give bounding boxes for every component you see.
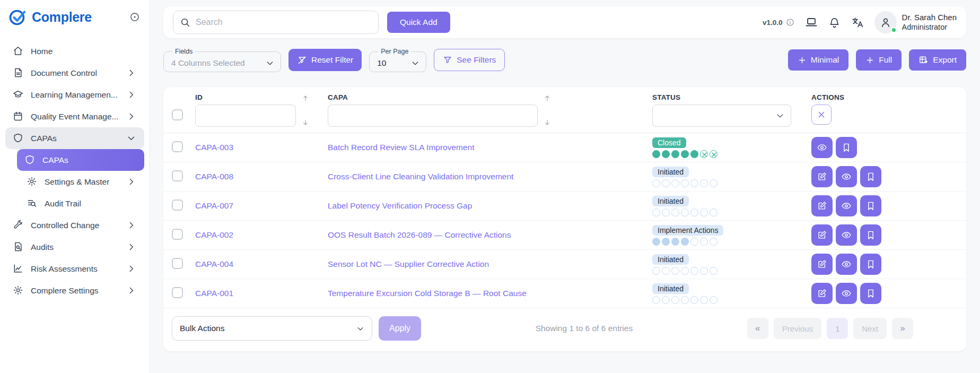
capa-id-link[interactable]: CAPA-003 [195,143,233,152]
fields-label: Fields [172,48,195,55]
sidebar-item-document-control[interactable]: Document Control [5,62,144,84]
progress-dot-empty [671,179,679,187]
sidebar-item-home[interactable]: Home [5,40,144,62]
quick-add-button[interactable]: Quick Add [387,12,450,33]
shield-icon [13,133,24,144]
notifications-bell-icon[interactable] [828,16,841,29]
calendar-icon [13,111,24,122]
fields-select[interactable]: Fields 4 Columns Selected [163,48,281,72]
export-button[interactable]: Export [909,49,966,71]
table-header: ID CAPA STATUS [163,87,966,133]
add-minimal-button[interactable]: Minimal [788,49,848,71]
apply-button[interactable]: Apply [379,316,421,341]
view-button[interactable] [836,283,857,304]
progress-dot-empty [662,267,670,275]
capa-title-link[interactable]: Label Potency Verification Process Gap [328,201,472,210]
row-checkbox[interactable] [172,258,183,269]
sidebar-item-capas-group[interactable]: CAPAs [5,127,144,149]
bookmark-button[interactable] [860,283,881,304]
search-input[interactable] [196,18,372,27]
sidebar-item-audits[interactable]: Audits [5,236,144,258]
bookmark-button[interactable] [860,166,881,187]
capa-title-link[interactable]: Cross-Client Line Cleaning Validation Im… [328,172,513,181]
row-checkbox[interactable] [172,170,183,181]
id-filter-input[interactable] [195,105,296,127]
see-filters-button[interactable]: See Filters [434,49,505,71]
progress-dot-empty [710,296,718,304]
pagination-first[interactable]: « [747,318,768,339]
app-version: v1.0.0 [763,18,794,27]
view-button[interactable] [836,224,857,246]
chevron-down-icon [127,134,136,143]
avatar[interactable] [874,11,897,33]
logo-check-icon [8,7,28,27]
sidebar-item-audit-trail[interactable]: Audit Trail [5,193,144,214]
pagination-last[interactable]: » [892,318,913,339]
sort-up-icon[interactable] [543,94,552,102]
sidebar-item-controlled-change[interactable]: Controlled Change [5,214,144,236]
progress-dot-empty [671,296,679,304]
capa-id-link[interactable]: CAPA-008 [195,172,233,181]
sidebar-collapse-icon[interactable] [129,12,140,22]
edit-button[interactable] [811,283,833,304]
sort-down-icon[interactable] [301,118,310,127]
chevron-right-icon [127,286,136,295]
view-button[interactable] [836,195,857,216]
sidebar-item-label: Learning Managemen... [31,90,118,100]
bookmark-button[interactable] [860,224,881,246]
clear-filters-button[interactable] [811,105,832,125]
sidebar-item-risk-assessments[interactable]: Risk Assessments [5,258,144,280]
per-page-select[interactable]: Per Page 10 [369,48,426,72]
edit-button[interactable] [811,166,833,187]
progress-dots [652,238,718,246]
edit-button[interactable] [811,195,833,216]
sidebar-item-settings-master[interactable]: Settings & Master [5,171,144,193]
capa-title-link[interactable]: Temperature Excursion Cold Storage B — R… [328,289,527,298]
device-monitor-icon[interactable] [805,16,818,29]
capa-filter-input[interactable] [328,105,538,127]
pagination-previous[interactable]: Previous [774,318,821,339]
pagination-page-1[interactable]: 1 [827,318,848,339]
pagination-next[interactable]: Next [853,318,887,339]
edit-button[interactable] [811,224,833,246]
view-button[interactable] [811,137,833,158]
row-checkbox[interactable] [172,229,183,240]
row-checkbox[interactable] [172,199,183,211]
reset-filter-button[interactable]: Reset Filter [288,49,362,71]
capa-title-link[interactable]: OOS Result Batch 2026-089 — Corrective A… [328,230,511,239]
sidebar-item-complere-settings[interactable]: Complere Settings [5,280,144,301]
bookmark-button[interactable] [860,195,881,216]
sort-down-icon[interactable] [543,118,552,127]
sidebar-item-quality-event-management[interactable]: Quality Event Manage... [5,106,144,127]
capa-title-link[interactable]: Batch Record Review SLA Improvement [328,143,475,152]
select-all-checkbox[interactable] [172,109,183,120]
capa-id-link[interactable]: CAPA-004 [195,259,233,268]
bulk-actions-select[interactable]: Bulk Actions [172,316,372,341]
sort-up-icon[interactable] [301,94,310,102]
sidebar-item-learning-management[interactable]: Learning Managemen... [5,84,144,106]
capa-title-link[interactable]: Sensor Lot NC — Supplier Corrective Acti… [328,259,489,268]
user-menu[interactable]: Dr. Sarah Chen Administrator [874,11,957,33]
capa-id-link[interactable]: CAPA-001 [195,289,233,298]
sidebar-item-label: CAPAs [42,155,68,165]
info-icon[interactable] [786,18,794,27]
progress-dot-empty [690,209,698,216]
capa-id-link[interactable]: CAPA-002 [195,230,233,239]
bookmark-button[interactable] [860,254,881,275]
view-button[interactable] [836,166,857,187]
capa-id-link[interactable]: CAPA-007 [195,201,233,210]
edit-button[interactable] [811,254,833,275]
sidebar-item-label: Quality Event Manage... [31,112,118,122]
row-checkbox[interactable] [172,287,183,298]
sidebar: Complere HomeDocument ControlLearning Ma… [0,0,150,373]
progress-dot-filled [681,238,689,246]
shield-icon [24,154,36,166]
view-button[interactable] [836,254,857,275]
bookmark-button[interactable] [836,137,857,158]
sidebar-item-capas[interactable]: CAPAs [17,149,144,171]
language-translate-icon[interactable] [851,16,864,29]
add-full-button[interactable]: Full [856,49,902,71]
status-filter-select[interactable] [652,105,791,127]
row-checkbox[interactable] [172,141,183,152]
search-box[interactable] [173,11,379,34]
